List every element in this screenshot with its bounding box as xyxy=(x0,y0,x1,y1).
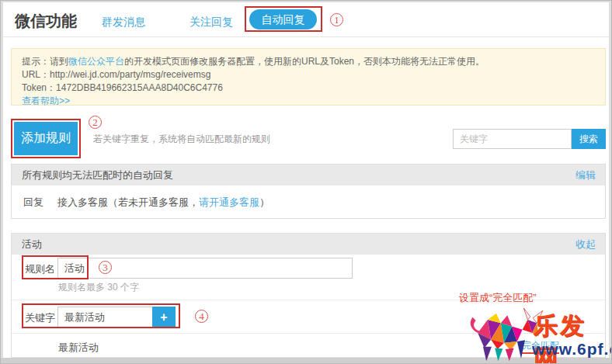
rule-name-hint: 规则名最多 30 个字 xyxy=(58,281,139,294)
watermark-site-url: www.6pf.cn xyxy=(532,340,612,359)
add-rule-button[interactable]: 添加规则 xyxy=(14,122,78,155)
keyword-label: 关键字 xyxy=(25,311,55,325)
window-edge xyxy=(1,1,612,2)
notice-intro-prefix: 提示：请到 xyxy=(22,56,68,67)
step-annotation-4: 4 xyxy=(195,310,208,323)
reply-value: 接入多客服（若未开通多客服，请开通多客服） xyxy=(57,196,269,210)
tab-auto-reply[interactable]: 自动回复 xyxy=(249,9,317,29)
view-help-link[interactable]: 查看帮助>> xyxy=(22,95,70,106)
window-edge xyxy=(1,1,3,364)
notice-line-intro: 提示：请到微信公众平台的开发模式页面修改服务器配置，使用新的URL及Token，… xyxy=(22,55,595,68)
reply-suffix: ） xyxy=(259,196,269,208)
keyword-input[interactable] xyxy=(57,307,153,328)
notice-intro-suffix: 的开发模式页面修改服务器配置，使用新的URL及Token，否则本功能将无法正常使… xyxy=(124,56,485,67)
reply-prefix: 接入多客服（若未开通多客服， xyxy=(57,196,199,208)
fallback-reply-section: 所有规则均无法匹配时的自动回复 编辑 回复 接入多客服（若未开通多客服，请开通多… xyxy=(11,164,606,219)
page-header: 微信功能 群发消息 关注回复 自动回复 xyxy=(3,2,610,37)
edit-link[interactable]: 编辑 xyxy=(575,165,596,185)
collapse-link[interactable]: 收起 xyxy=(575,234,596,255)
step-annotation-3: 3 xyxy=(99,261,112,274)
fallback-reply-row: 回复 接入多客服（若未开通多客服，请开通多客服） xyxy=(12,185,605,219)
fallback-section-header: 所有规则均无法匹配时的自动回复 编辑 xyxy=(12,165,605,185)
step-annotation-2: 2 xyxy=(89,116,102,129)
rule-section-title: 活动 xyxy=(22,238,42,250)
token-value: 1472DBB419662315AAA8D40C6C4776 xyxy=(56,82,223,93)
keyword-duplicate-hint: 若关键字重复，系统将自动匹配最新的规则 xyxy=(93,133,270,146)
rule-section-header: 活动 收起 xyxy=(12,234,605,255)
page-title: 微信功能 xyxy=(15,11,77,32)
fallback-section-title: 所有规则均无法匹配时的自动回复 xyxy=(22,169,173,181)
search-button[interactable]: 搜索 xyxy=(572,129,606,149)
url-label: URL： xyxy=(22,69,50,80)
wechat-function-page: 微信功能 群发消息 关注回复 自动回复 1 提示：请到微信公众平台的开发模式页面… xyxy=(0,0,612,364)
tab-follow-reply[interactable]: 关注回复 xyxy=(190,16,233,29)
search-input[interactable] xyxy=(453,129,572,149)
keyword-item: 最新活动 xyxy=(58,341,99,355)
tab-mass-message[interactable]: 群发消息 xyxy=(102,16,145,29)
open-multi-service-link[interactable]: 请开通多客服 xyxy=(199,196,259,208)
wechat-platform-link[interactable]: 微信公众平台 xyxy=(68,56,124,67)
rule-name-label: 规则名 xyxy=(25,262,55,276)
server-config-notice: 提示：请到微信公众平台的开发模式页面修改服务器配置，使用新的URL及Token，… xyxy=(11,48,606,106)
url-value: http://wei.jd.com/party/msg/receivemsg xyxy=(50,69,210,80)
token-label: Token： xyxy=(22,82,56,93)
reply-label: 回复 xyxy=(23,196,43,210)
notice-token-line: Token：1472DBB419662315AAA8D40C6C4776 xyxy=(22,81,595,95)
notice-url-line: URL：http://wei.jd.com/party/msg/receivem… xyxy=(22,68,595,81)
add-keyword-button[interactable]: + xyxy=(152,307,176,328)
step-annotation-1: 1 xyxy=(330,13,343,26)
